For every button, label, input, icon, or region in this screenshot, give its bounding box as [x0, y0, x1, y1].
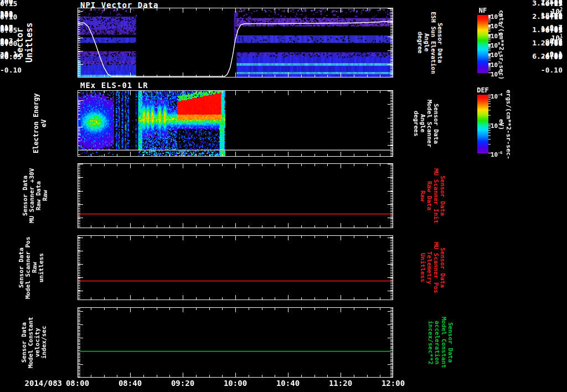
axis-label-line: Electron Energy	[32, 90, 40, 157]
axis-label-line: Angle	[423, 8, 430, 78]
x-axis: 2014/083 08:0008:4009:2010:0010:4011:201…	[0, 0, 567, 392]
axis-label-line: Sensor Data	[439, 235, 446, 300]
colorbar-gradient	[477, 95, 494, 153]
axis-label-line: unitless	[38, 235, 45, 300]
panel-model-scanner-pos: Sensor DataModel Scanner PosRawunitless …	[0, 0, 567, 392]
left-axis-label: Sensor DataModel Constantvelocityindex/s…	[21, 307, 48, 378]
axis-label-line: Model Constant	[28, 307, 34, 378]
axis-label-line: Angle	[419, 90, 426, 157]
axis-label-line: degrees	[413, 90, 419, 157]
tick-label: 0.00	[545, 39, 563, 48]
tick-label: 0.05	[0, 26, 17, 34]
x-tick-label: 10:00	[216, 379, 255, 388]
axis-label-line: Raw Data	[35, 163, 42, 228]
colorbar-title: NF	[476, 7, 490, 14]
left-tick-labels: 1.51.10.70.3-0.1	[0, 0, 75, 65]
right-axis-label: Sensor DataMU Scanner PosTelemetryUnitle…	[419, 235, 446, 300]
right-tick-labels: 1.51.10.70.3-0.1	[0, 65, 24, 130]
colorbar-tick-label: 10-6	[491, 149, 502, 158]
x-tick-label: 08:40	[111, 379, 150, 388]
date-label: 2014/083	[3, 379, 62, 388]
tick-label: 1.5	[550, 0, 563, 4]
tick-label: 1.5	[0, 0, 13, 4]
tick-label: -0.1	[0, 50, 17, 58]
colorbar-tick-label: 108	[491, 50, 500, 59]
axis-label-line: Raw Data	[426, 163, 432, 228]
tick-label: 100	[0, 0, 13, 4]
axis-label-line: velocity	[34, 307, 41, 378]
tick-label: 0.05	[545, 26, 563, 34]
axis-label-line: Model Constant	[440, 307, 447, 378]
tick-label: 0.7	[550, 23, 563, 32]
panel-mu-scanner-raw: Sensor DataMU Scanner +30VRaw DataRaw 1.…	[0, 0, 567, 392]
tick-label: 70	[0, 37, 9, 45]
npi-spectrogram-plot	[78, 8, 393, 78]
axis-label-line: Unitless	[25, 8, 34, 78]
axis-label-line: Model Scanner Pos	[25, 235, 32, 300]
axis-label-line: Sector	[16, 8, 25, 78]
axis-label-line: Unitless	[419, 235, 426, 300]
tick-label: 80	[0, 10, 9, 18]
axis-label-line: Sensor Data	[439, 163, 446, 228]
right-axis-label: Sensor DataModel Constantaccelerationinc…	[427, 307, 453, 378]
figure: NPI Vector Data SectorUnitless 3.1e+012.…	[0, 0, 567, 392]
tick-label: 60	[0, 24, 9, 33]
right-axis-label: Sensor DataESH Sun ElevationAngledegree	[416, 8, 443, 78]
axis-label-line: Sensor Data	[447, 307, 453, 378]
axis-label-line: Raw	[419, 163, 426, 228]
tick-label: -0.05	[0, 53, 22, 61]
axis-label-line: incex/sec**2	[427, 307, 434, 378]
tick-label: 1.9e+01	[532, 25, 563, 34]
right-tick-labels: 2602061529844	[0, 65, 24, 130]
x-tick-label: 10:40	[269, 379, 307, 388]
left-tick-labels: 23500188001410094004700	[0, 0, 75, 65]
axis-label-line: acceleration	[434, 307, 440, 378]
axis-label-line: Sensor Data	[22, 163, 29, 228]
axis-label-line: ESH Sun Elevation	[430, 8, 436, 78]
left-axis-label: Sensor DataMU Scanner +30VRaw DataRaw	[22, 163, 49, 228]
x-tick-label: 12:00	[374, 379, 413, 388]
right-axis-label: Sensor DataModel ScannerAngledegrees	[413, 90, 439, 157]
left-axis-label: Electron EnergyeV	[32, 90, 48, 157]
x-tick-label: 11:20	[321, 379, 360, 388]
panel-mex-els: MEx ELS-01 LR Electron EnergyeV 102101 1…	[0, 0, 567, 392]
tick-label: -0.05	[541, 53, 563, 61]
x-tick-label: 09:20	[163, 379, 202, 388]
right-tick-labels: 0.150.100.050.00-0.05-0.10	[0, 70, 24, 141]
colorbar-tick-label: 107	[491, 60, 500, 69]
axis-label-line: MU Scanner Init	[432, 163, 439, 228]
axis-label-line: Sensor Data	[432, 90, 439, 157]
tick-label: 4700	[545, 51, 563, 59]
colorbar-nf: NF 101210111010109108107106 cnts/(cm**2-…	[0, 0, 567, 392]
tick-label: 18800	[541, 11, 563, 19]
colorbar-unit-label: ergs/(cm**2-sr-sec-eV)	[498, 88, 512, 161]
tick-label: 3.1e+01	[532, 0, 563, 7]
axis-label-line: Raw	[32, 235, 38, 300]
tick-label: 9400	[545, 38, 563, 46]
tick-label: 1.2e+01	[532, 39, 563, 47]
axis-label-line: Sensor Data	[436, 8, 443, 78]
tick-label: 40	[0, 38, 9, 47]
colorbar-title: DEF	[476, 86, 490, 94]
tick-label: 150	[0, 9, 13, 18]
tick-label: 6.2e+00	[532, 52, 563, 60]
left-axis-label: Sensor DataModel Scanner PosRawunitless	[18, 235, 45, 300]
axis-label-line: MU Scanner +30V	[29, 163, 35, 228]
tick-label: -0.10	[0, 66, 22, 74]
axis-label-line: MU Scanner Pos	[432, 235, 439, 300]
tick-label: 206	[0, 11, 13, 19]
tick-label: 98	[0, 38, 9, 46]
left-axis-label: SectorUnitless	[16, 8, 34, 78]
colorbar-unit-label: cnts/(cm**2-sr-sec)	[498, 8, 505, 81]
tick-label: 260	[0, 0, 13, 6]
tick-label: 0.3	[0, 37, 13, 45]
model-constant-line-plot	[78, 307, 393, 378]
axis-label-line: index/sec	[41, 307, 48, 378]
tick-label: -0.1	[545, 50, 563, 58]
panel-npi-vector-data: NPI Vector Data SectorUnitless 3.1e+012.…	[0, 0, 567, 392]
colorbar-tick-label: 10-4	[491, 91, 502, 100]
tick-label: 0.10	[0, 13, 17, 21]
tick-label: 110	[0, 23, 13, 32]
right-axis-label: Sensor DataMU Scanner InitRaw DataRaw	[419, 163, 446, 228]
left-tick-labels: 3.1e+012.5e+011.9e+011.2e+016.2e+00	[0, 0, 75, 70]
